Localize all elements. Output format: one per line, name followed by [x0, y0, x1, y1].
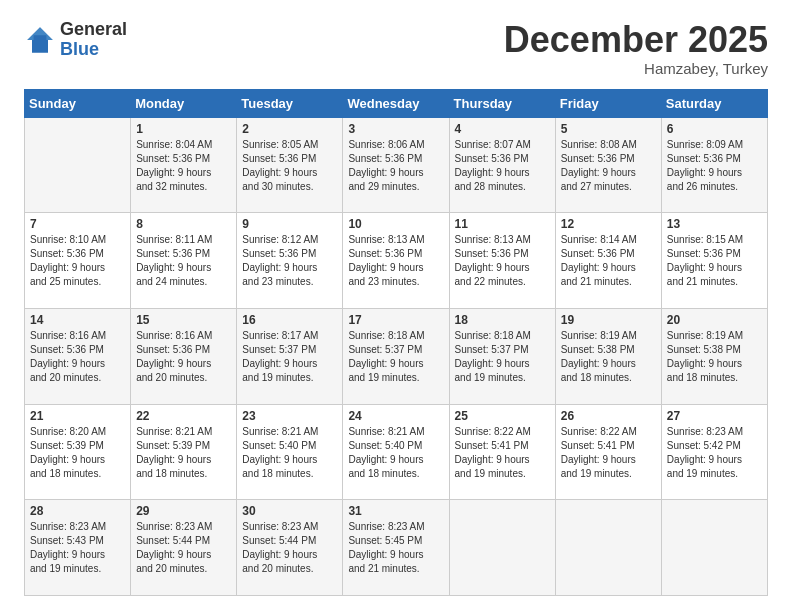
day-number: 29 — [136, 504, 231, 518]
day-number: 20 — [667, 313, 762, 327]
day-number: 18 — [455, 313, 550, 327]
day-number: 17 — [348, 313, 443, 327]
day-cell — [555, 500, 661, 596]
day-info: Sunrise: 8:21 AM Sunset: 5:39 PM Dayligh… — [136, 425, 231, 481]
day-number: 5 — [561, 122, 656, 136]
day-number: 2 — [242, 122, 337, 136]
week-row-4: 28Sunrise: 8:23 AM Sunset: 5:43 PM Dayli… — [25, 500, 768, 596]
day-number: 14 — [30, 313, 125, 327]
day-number: 3 — [348, 122, 443, 136]
day-cell: 27Sunrise: 8:23 AM Sunset: 5:42 PM Dayli… — [661, 404, 767, 500]
day-info: Sunrise: 8:14 AM Sunset: 5:36 PM Dayligh… — [561, 233, 656, 289]
day-cell: 15Sunrise: 8:16 AM Sunset: 5:36 PM Dayli… — [131, 308, 237, 404]
day-info: Sunrise: 8:09 AM Sunset: 5:36 PM Dayligh… — [667, 138, 762, 194]
day-cell: 31Sunrise: 8:23 AM Sunset: 5:45 PM Dayli… — [343, 500, 449, 596]
day-info: Sunrise: 8:21 AM Sunset: 5:40 PM Dayligh… — [348, 425, 443, 481]
day-info: Sunrise: 8:17 AM Sunset: 5:37 PM Dayligh… — [242, 329, 337, 385]
day-info: Sunrise: 8:23 AM Sunset: 5:42 PM Dayligh… — [667, 425, 762, 481]
day-number: 10 — [348, 217, 443, 231]
day-info: Sunrise: 8:04 AM Sunset: 5:36 PM Dayligh… — [136, 138, 231, 194]
header-wednesday: Wednesday — [343, 89, 449, 117]
day-info: Sunrise: 8:19 AM Sunset: 5:38 PM Dayligh… — [667, 329, 762, 385]
day-cell: 3Sunrise: 8:06 AM Sunset: 5:36 PM Daylig… — [343, 117, 449, 213]
day-number: 25 — [455, 409, 550, 423]
day-cell: 4Sunrise: 8:07 AM Sunset: 5:36 PM Daylig… — [449, 117, 555, 213]
day-cell: 17Sunrise: 8:18 AM Sunset: 5:37 PM Dayli… — [343, 308, 449, 404]
day-cell: 23Sunrise: 8:21 AM Sunset: 5:40 PM Dayli… — [237, 404, 343, 500]
day-cell: 28Sunrise: 8:23 AM Sunset: 5:43 PM Dayli… — [25, 500, 131, 596]
day-info: Sunrise: 8:08 AM Sunset: 5:36 PM Dayligh… — [561, 138, 656, 194]
header-monday: Monday — [131, 89, 237, 117]
day-number: 26 — [561, 409, 656, 423]
day-number: 24 — [348, 409, 443, 423]
day-info: Sunrise: 8:23 AM Sunset: 5:43 PM Dayligh… — [30, 520, 125, 576]
week-row-3: 21Sunrise: 8:20 AM Sunset: 5:39 PM Dayli… — [25, 404, 768, 500]
day-cell — [449, 500, 555, 596]
week-row-1: 7Sunrise: 8:10 AM Sunset: 5:36 PM Daylig… — [25, 213, 768, 309]
day-info: Sunrise: 8:16 AM Sunset: 5:36 PM Dayligh… — [136, 329, 231, 385]
header-friday: Friday — [555, 89, 661, 117]
header-tuesday: Tuesday — [237, 89, 343, 117]
day-cell: 5Sunrise: 8:08 AM Sunset: 5:36 PM Daylig… — [555, 117, 661, 213]
day-number: 13 — [667, 217, 762, 231]
day-number: 21 — [30, 409, 125, 423]
day-cell: 8Sunrise: 8:11 AM Sunset: 5:36 PM Daylig… — [131, 213, 237, 309]
day-info: Sunrise: 8:13 AM Sunset: 5:36 PM Dayligh… — [348, 233, 443, 289]
day-number: 11 — [455, 217, 550, 231]
month-title: December 2025 — [504, 20, 768, 60]
day-cell: 16Sunrise: 8:17 AM Sunset: 5:37 PM Dayli… — [237, 308, 343, 404]
day-number: 23 — [242, 409, 337, 423]
day-info: Sunrise: 8:23 AM Sunset: 5:44 PM Dayligh… — [136, 520, 231, 576]
day-cell: 29Sunrise: 8:23 AM Sunset: 5:44 PM Dayli… — [131, 500, 237, 596]
day-cell: 12Sunrise: 8:14 AM Sunset: 5:36 PM Dayli… — [555, 213, 661, 309]
location-subtitle: Hamzabey, Turkey — [504, 60, 768, 77]
day-cell: 14Sunrise: 8:16 AM Sunset: 5:36 PM Dayli… — [25, 308, 131, 404]
day-info: Sunrise: 8:06 AM Sunset: 5:36 PM Dayligh… — [348, 138, 443, 194]
day-info: Sunrise: 8:10 AM Sunset: 5:36 PM Dayligh… — [30, 233, 125, 289]
day-number: 31 — [348, 504, 443, 518]
day-info: Sunrise: 8:11 AM Sunset: 5:36 PM Dayligh… — [136, 233, 231, 289]
page: General Blue December 2025 Hamzabey, Tur… — [0, 0, 792, 612]
week-row-0: 1Sunrise: 8:04 AM Sunset: 5:36 PM Daylig… — [25, 117, 768, 213]
day-number: 12 — [561, 217, 656, 231]
day-number: 7 — [30, 217, 125, 231]
day-info: Sunrise: 8:19 AM Sunset: 5:38 PM Dayligh… — [561, 329, 656, 385]
logo-general: General — [60, 20, 127, 40]
header: General Blue December 2025 Hamzabey, Tur… — [24, 20, 768, 77]
day-info: Sunrise: 8:15 AM Sunset: 5:36 PM Dayligh… — [667, 233, 762, 289]
day-info: Sunrise: 8:20 AM Sunset: 5:39 PM Dayligh… — [30, 425, 125, 481]
logo-icon — [24, 24, 56, 56]
day-info: Sunrise: 8:18 AM Sunset: 5:37 PM Dayligh… — [455, 329, 550, 385]
title-block: December 2025 Hamzabey, Turkey — [504, 20, 768, 77]
day-info: Sunrise: 8:18 AM Sunset: 5:37 PM Dayligh… — [348, 329, 443, 385]
logo-text: General Blue — [60, 20, 127, 60]
calendar-table: Sunday Monday Tuesday Wednesday Thursday… — [24, 89, 768, 596]
day-number: 8 — [136, 217, 231, 231]
calendar-body: 1Sunrise: 8:04 AM Sunset: 5:36 PM Daylig… — [25, 117, 768, 595]
day-info: Sunrise: 8:07 AM Sunset: 5:36 PM Dayligh… — [455, 138, 550, 194]
day-cell: 2Sunrise: 8:05 AM Sunset: 5:36 PM Daylig… — [237, 117, 343, 213]
day-info: Sunrise: 8:16 AM Sunset: 5:36 PM Dayligh… — [30, 329, 125, 385]
day-cell: 1Sunrise: 8:04 AM Sunset: 5:36 PM Daylig… — [131, 117, 237, 213]
day-cell: 18Sunrise: 8:18 AM Sunset: 5:37 PM Dayli… — [449, 308, 555, 404]
day-info: Sunrise: 8:22 AM Sunset: 5:41 PM Dayligh… — [561, 425, 656, 481]
day-cell: 25Sunrise: 8:22 AM Sunset: 5:41 PM Dayli… — [449, 404, 555, 500]
day-number: 1 — [136, 122, 231, 136]
day-info: Sunrise: 8:21 AM Sunset: 5:40 PM Dayligh… — [242, 425, 337, 481]
day-info: Sunrise: 8:05 AM Sunset: 5:36 PM Dayligh… — [242, 138, 337, 194]
day-cell: 19Sunrise: 8:19 AM Sunset: 5:38 PM Dayli… — [555, 308, 661, 404]
day-number: 22 — [136, 409, 231, 423]
day-number: 9 — [242, 217, 337, 231]
day-number: 16 — [242, 313, 337, 327]
header-saturday: Saturday — [661, 89, 767, 117]
header-row: Sunday Monday Tuesday Wednesday Thursday… — [25, 89, 768, 117]
day-info: Sunrise: 8:23 AM Sunset: 5:45 PM Dayligh… — [348, 520, 443, 576]
day-cell — [661, 500, 767, 596]
header-thursday: Thursday — [449, 89, 555, 117]
day-cell: 7Sunrise: 8:10 AM Sunset: 5:36 PM Daylig… — [25, 213, 131, 309]
day-cell: 26Sunrise: 8:22 AM Sunset: 5:41 PM Dayli… — [555, 404, 661, 500]
day-info: Sunrise: 8:12 AM Sunset: 5:36 PM Dayligh… — [242, 233, 337, 289]
day-number: 6 — [667, 122, 762, 136]
day-cell: 13Sunrise: 8:15 AM Sunset: 5:36 PM Dayli… — [661, 213, 767, 309]
day-cell: 9Sunrise: 8:12 AM Sunset: 5:36 PM Daylig… — [237, 213, 343, 309]
